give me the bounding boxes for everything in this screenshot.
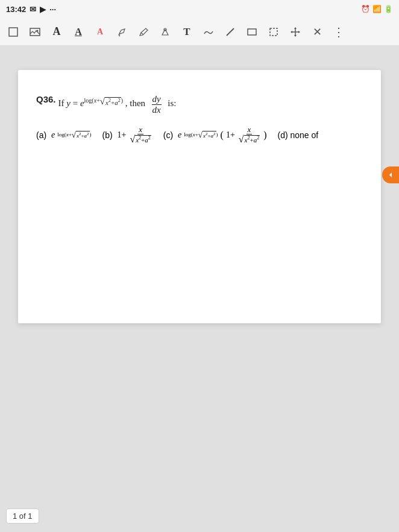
play-icon: ▶ bbox=[40, 5, 46, 14]
svg-rect-0 bbox=[9, 28, 17, 36]
line-tool-button[interactable] bbox=[221, 22, 240, 42]
option-a: (a) elog(x+√x2+a2) bbox=[36, 130, 92, 140]
option-c-fraction: x √x2+a2 bbox=[237, 125, 261, 144]
svg-rect-8 bbox=[270, 28, 277, 36]
derivative-fraction: dy dx bbox=[152, 94, 162, 115]
alarm-icon: ⏰ bbox=[361, 5, 370, 13]
pencil-tool-button[interactable] bbox=[134, 22, 153, 42]
math-content: Q36. If y = elog(x+√x2+a2) , then dy dx … bbox=[36, 94, 363, 144]
text-insert-button[interactable]: T bbox=[177, 22, 196, 42]
document-page: Q36. If y = elog(x+√x2+a2) , then dy dx … bbox=[18, 70, 381, 323]
rectangle-tool-button[interactable] bbox=[242, 22, 262, 42]
toolbar: A A A T ✕ ⋮ bbox=[0, 18, 399, 46]
image-tool-button[interactable] bbox=[25, 22, 45, 42]
close-toolbar-button[interactable]: ✕ bbox=[307, 22, 327, 42]
question-line: Q36. If y = elog(x+√x2+a2) , then dy dx … bbox=[36, 94, 363, 115]
more-dots-icon: ··· bbox=[49, 5, 56, 14]
page-indicator: 1 of 1 bbox=[6, 508, 39, 524]
time-display: 13:42 bbox=[6, 5, 26, 14]
svg-marker-11 bbox=[294, 27, 297, 29]
crop-tool-button[interactable] bbox=[264, 22, 283, 42]
svg-rect-7 bbox=[248, 29, 256, 35]
stamp-tool-button[interactable] bbox=[156, 22, 175, 42]
move-tool-button[interactable] bbox=[286, 22, 305, 42]
text-underline-button[interactable]: A bbox=[69, 22, 88, 42]
option-b: (b) 1+ x √x2+a2 bbox=[102, 125, 152, 144]
option-b-fraction: x √x2+a2 bbox=[128, 125, 152, 144]
text-color-button[interactable]: A bbox=[90, 22, 110, 42]
status-bar-left: 13:42 ✉ ▶ ··· bbox=[6, 5, 56, 14]
option-c: (c) elog(x+√x2+a2) ( 1+ x √x2+a2 ) bbox=[163, 125, 267, 144]
svg-line-6 bbox=[227, 28, 234, 36]
svg-marker-13 bbox=[291, 31, 292, 33]
option-d: (d) none of bbox=[278, 130, 319, 140]
status-bar: 13:42 ✉ ▶ ··· ⏰ 📶 🔋 bbox=[0, 0, 399, 18]
status-bar-right: ⏰ 📶 🔋 bbox=[361, 5, 393, 13]
svg-marker-14 bbox=[298, 31, 300, 33]
more-options-button[interactable]: ⋮ bbox=[329, 22, 348, 42]
options-line: (a) elog(x+√x2+a2) (b) 1+ x √x2+a2 bbox=[36, 125, 363, 144]
svg-line-4 bbox=[141, 33, 143, 34]
svg-marker-12 bbox=[294, 35, 297, 37]
svg-point-2 bbox=[37, 30, 39, 31]
text-large-button[interactable]: A bbox=[47, 22, 66, 42]
eraser-tool-button[interactable] bbox=[199, 22, 218, 42]
side-panel-button[interactable] bbox=[382, 166, 399, 183]
svg-line-3 bbox=[119, 35, 120, 36]
svg-marker-15 bbox=[389, 173, 392, 177]
message-icon: ✉ bbox=[30, 5, 36, 14]
signal-icon: 📶 bbox=[372, 5, 382, 13]
question-body: If y = elog(x+√x2+a2) , then dy dx is: bbox=[58, 94, 177, 115]
question-label: Q36. bbox=[36, 94, 56, 104]
select-tool-button[interactable] bbox=[4, 22, 23, 42]
highlight-tool-button[interactable] bbox=[112, 22, 131, 42]
battery-icon: 🔋 bbox=[384, 5, 393, 13]
main-area: Q36. If y = elog(x+√x2+a2) , then dy dx … bbox=[0, 46, 399, 532]
page-indicator-text: 1 of 1 bbox=[13, 511, 33, 521]
